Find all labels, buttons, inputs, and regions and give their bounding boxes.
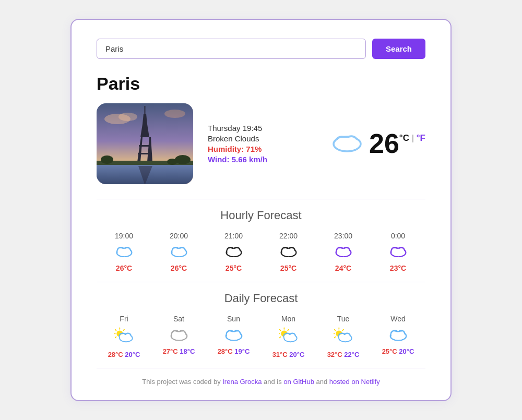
hourly-weather-icon [115,243,134,261]
footer-text3: and [314,378,329,386]
footer-author[interactable]: Irena Grocka [222,378,262,386]
svg-point-52 [343,248,349,253]
svg-point-15 [175,155,191,164]
daily-high: 28°C [108,351,123,358]
hourly-weather-icon [279,243,298,261]
divider-2 [97,282,425,282]
day-label: Wed [390,315,406,323]
hour-label: 19:00 [115,232,133,240]
svg-line-66 [115,330,116,331]
svg-point-83 [227,331,233,337]
svg-point-71 [120,334,126,339]
svg-point-118 [398,331,404,337]
svg-point-84 [234,331,240,337]
daily-temps: 32°C 22°C [327,351,360,358]
daily-temps: 28°C 19°C [218,347,250,355]
svg-point-40 [234,248,240,253]
svg-point-16 [167,159,177,165]
search-input[interactable] [97,39,366,59]
weather-info: Thursday 19:45 Broken Clouds Humidity: 7… [208,124,267,164]
day-label: Fri [120,315,128,323]
hourly-temp: 26°C [171,264,187,272]
svg-point-77 [172,331,179,337]
svg-point-117 [391,331,398,337]
unit-toggle[interactable]: °C | °F [399,133,425,143]
daily-high: 28°C [218,347,233,355]
daily-low: 20°C [399,347,414,355]
svg-point-4 [164,110,185,118]
svg-line-61 [123,330,124,331]
day-label: Sun [227,315,240,323]
hour-label: 20:00 [170,232,188,240]
search-row: Search [97,39,425,59]
footer-github[interactable]: on GitHub [283,378,314,386]
svg-point-58 [398,248,404,253]
svg-line-90 [279,337,280,338]
hourly-temp: 25°C [280,264,296,272]
hour-label: 21:00 [224,232,243,240]
svg-point-39 [227,248,234,254]
unit-celsius[interactable]: °C [399,133,409,143]
divider-1 [97,199,425,199]
daily-low: 20°C [125,351,140,358]
hour-label: 23:00 [334,232,352,240]
hourly-item: 0:00 23°C [389,232,408,272]
daily-item: Sun 28°C 19°C [218,315,250,358]
footer-netlify[interactable]: hosted on Netlify [329,378,380,386]
day-time: Thursday 19:45 [208,124,267,133]
unit-separator: | [409,133,417,143]
hourly-title: Hourly Forecast [97,209,425,222]
day-label: Tue [337,315,350,323]
hourly-item: 23:00 24°C [334,232,353,272]
daily-item: Mon 31°C 20°C [272,315,305,358]
svg-point-51 [337,248,343,254]
svg-point-111 [339,334,345,339]
svg-line-101 [342,330,343,331]
hourly-temp: 24°C [335,264,351,272]
daily-temps: 27°C 18°C [163,347,195,355]
humidity-value: 71% [246,145,262,153]
hourly-temp: 25°C [226,264,242,272]
day-label: Sat [173,315,184,323]
hourly-weather-icon [389,243,408,261]
temp-section: 26 °C | °F [330,128,425,159]
svg-point-22 [347,137,356,146]
city-title: Paris [97,74,425,94]
footer-text1: This project was coded by [142,378,222,386]
day-label: Mon [281,315,295,323]
hourly-item: 22:00 25°C [279,232,298,272]
daily-item: Wed 25°C 20°C [382,315,414,358]
daily-high: 27°C [163,347,178,355]
city-image [97,103,193,184]
daily-title: Daily Forecast [97,292,425,305]
hour-label: 0:00 [391,232,405,240]
hourly-grid: 19:00 26°C 20:00 26°C 21:00 [97,232,425,272]
wind-value: 5.66 km/h [232,155,267,164]
svg-point-28 [124,248,130,253]
daily-low: 19°C [234,347,250,355]
svg-line-104 [334,337,335,338]
svg-point-45 [282,248,289,254]
weather-description: Broken Clouds [208,134,267,143]
daily-item: Fri 28°C 20°C [108,315,140,358]
svg-point-98 [289,334,294,339]
svg-point-34 [179,248,185,253]
hour-label: 22:00 [279,232,298,240]
svg-point-46 [289,248,294,253]
daily-weather-icon [334,326,353,347]
divider-3 [97,368,425,368]
humidity: Humidity: 71% [208,145,267,153]
footer-text2: and is [262,378,283,386]
daily-grid: Fri 28°C 20°C Sat [97,315,425,358]
svg-point-78 [179,331,185,337]
search-button[interactable]: Search [372,39,425,59]
daily-high: 25°C [382,347,397,355]
daily-low: 20°C [289,351,304,358]
svg-point-21 [337,138,347,147]
svg-point-112 [344,334,349,339]
svg-rect-7 [138,153,152,154]
daily-high: 31°C [272,351,288,358]
unit-fahrenheit[interactable]: °F [417,133,425,143]
current-weather: Thursday 19:45 Broken Clouds Humidity: 7… [97,103,425,184]
temperature: 26 [369,130,399,157]
